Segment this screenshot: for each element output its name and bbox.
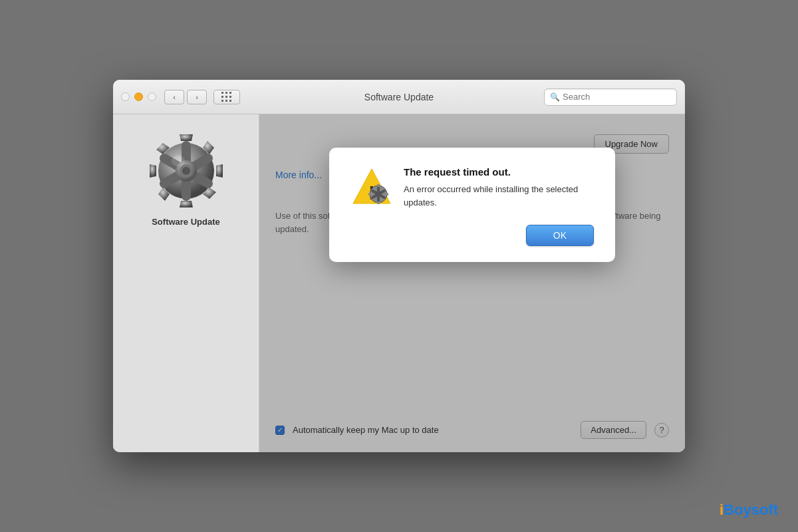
window-body: Software Update Upgrade Now More info...… <box>113 114 685 452</box>
close-button[interactable] <box>121 92 130 101</box>
search-box[interactable]: 🔍 <box>544 88 677 106</box>
desktop: ‹ › Software Update 🔍 <box>0 0 798 532</box>
grid-view-button[interactable] <box>213 90 240 104</box>
modal-message: An error occurred while installing the s… <box>404 183 594 209</box>
grid-icon <box>221 92 232 102</box>
gear-icon <box>150 134 223 207</box>
svg-rect-16 <box>377 201 380 204</box>
content-area: Upgrade Now More info... Use of this sof… <box>259 114 685 452</box>
watermark: iBoysoft <box>720 501 778 519</box>
modal-actions: OK <box>350 225 594 246</box>
warning-triangle-icon: ! <box>350 166 393 209</box>
mac-window: ‹ › Software Update 🔍 <box>113 80 685 452</box>
search-icon: 🔍 <box>550 92 560 102</box>
back-icon: ‹ <box>173 93 176 101</box>
gear-icon-container <box>150 134 223 207</box>
search-input[interactable] <box>563 92 671 102</box>
back-button[interactable]: ‹ <box>164 90 184 104</box>
sidebar-label: Software Update <box>152 217 220 227</box>
forward-button[interactable]: › <box>187 90 207 104</box>
traffic-lights <box>121 92 156 101</box>
modal-dialog: ! <box>329 148 615 262</box>
modal-text-block: The request timed out. An error occurred… <box>404 166 594 209</box>
svg-rect-15 <box>377 184 380 187</box>
maximize-button[interactable] <box>148 92 156 101</box>
window-title: Software Update <box>364 92 434 102</box>
svg-point-6 <box>182 167 190 175</box>
minimize-button[interactable] <box>134 92 143 101</box>
ok-button[interactable]: OK <box>526 225 594 246</box>
modal-title: The request timed out. <box>404 166 594 178</box>
svg-rect-18 <box>368 193 371 196</box>
title-bar: ‹ › Software Update 🔍 <box>113 80 685 114</box>
svg-point-7 <box>172 156 185 166</box>
warning-icon-container: ! <box>350 166 393 209</box>
sidebar: Software Update <box>113 114 259 452</box>
modal-top: ! <box>350 166 594 209</box>
forward-icon: › <box>196 93 198 101</box>
watermark-suffix: Boysoft <box>724 501 778 518</box>
svg-rect-17 <box>386 193 388 196</box>
modal-overlay: ! <box>259 114 685 452</box>
nav-buttons: ‹ › <box>164 90 240 104</box>
